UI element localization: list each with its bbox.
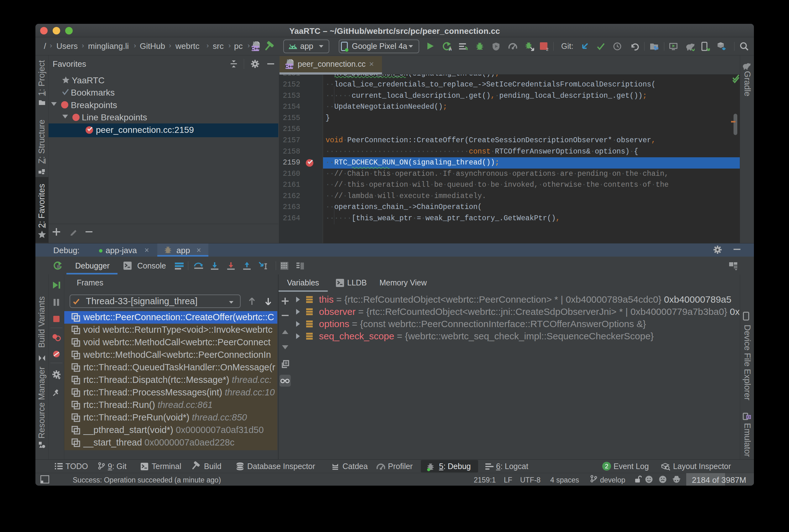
svg-text:C++: C++ — [251, 46, 260, 51]
svg-text:A: A — [449, 46, 452, 51]
svg-text:C++: C++ — [285, 64, 293, 69]
svg-text:2: 2 — [546, 47, 548, 51]
